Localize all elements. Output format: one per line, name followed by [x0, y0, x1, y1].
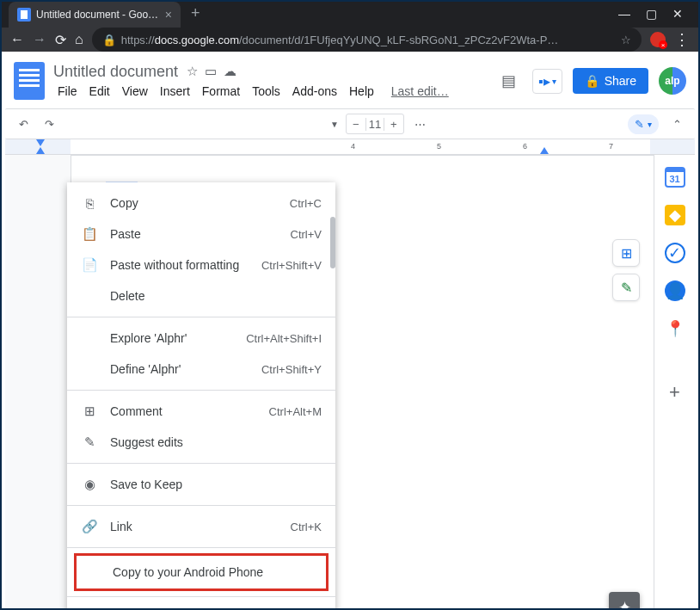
- context-menu-label: Explore 'Alphr': [110, 331, 234, 345]
- lock-icon: 🔒: [102, 34, 116, 46]
- redo-icon[interactable]: ↷: [40, 114, 58, 133]
- side-panel-keep-icon[interactable]: ◆: [665, 205, 685, 225]
- tab-strip: Untitled document - Google Doc × + — ▢ ✕: [2, 2, 698, 28]
- context-menu-item[interactable]: ⊞CommentCtrl+Alt+M: [67, 396, 335, 427]
- url-text: https://docs.google.com/document/d/1FUfj…: [121, 34, 616, 46]
- side-panel-contacts-icon[interactable]: 👤: [665, 280, 685, 301]
- star-icon[interactable]: ☆: [187, 64, 198, 79]
- menu-insert[interactable]: Insert: [156, 83, 194, 100]
- menu-tools[interactable]: Tools: [248, 83, 285, 100]
- ruler-tick: 6: [523, 142, 527, 151]
- context-menu-shortcut: Ctrl+Alt+M: [269, 405, 322, 418]
- menu-add-ons[interactable]: Add-ons: [288, 83, 341, 100]
- left-indent-marker[interactable]: [36, 139, 45, 146]
- home-button[interactable]: ⌂: [75, 32, 83, 47]
- docs-favicon: [17, 8, 31, 22]
- address-bar: ← → ⟳ ⌂ 🔒 https://docs.google.com/docume…: [2, 28, 698, 52]
- context-menu-scrollbar[interactable]: [330, 217, 335, 268]
- toolbar: ↶ ↷ ▼ − 11 + ⋯ ✎ ▾ ⌃: [5, 108, 695, 139]
- context-menu-shortcut: Ctrl+K: [291, 521, 322, 533]
- context-menu-item[interactable]: 📋PasteCtrl+V: [67, 219, 335, 250]
- back-button[interactable]: ←: [10, 32, 24, 47]
- extension-icon[interactable]: [650, 32, 666, 47]
- side-panel-calendar-icon[interactable]: 31: [665, 167, 685, 188]
- expand-side-panel-icon[interactable]: ›: [680, 601, 686, 610]
- explore-button[interactable]: ✦: [609, 592, 640, 610]
- menu-file[interactable]: File: [53, 83, 82, 100]
- menu-view[interactable]: View: [118, 83, 152, 100]
- add-comment-button[interactable]: ⊞: [612, 239, 640, 267]
- context-menu-icon: 🔗: [81, 519, 98, 534]
- menu-help[interactable]: Help: [345, 83, 378, 100]
- first-line-indent-marker[interactable]: [36, 147, 45, 154]
- close-window-icon[interactable]: ✕: [672, 7, 683, 21]
- close-tab-icon[interactable]: ×: [165, 8, 172, 22]
- context-menu-shortcut: Ctrl+V: [291, 228, 322, 241]
- context-menu-label: Paste: [110, 227, 279, 241]
- reload-button[interactable]: ⟳: [55, 32, 66, 48]
- decrease-font-icon[interactable]: −: [347, 118, 365, 131]
- browser-menu-icon[interactable]: ⋮: [674, 30, 690, 49]
- context-menu-label: Define 'Alphr': [110, 362, 249, 376]
- increase-font-icon[interactable]: +: [384, 118, 403, 131]
- ruler-tick: 4: [351, 142, 355, 151]
- docs-logo-icon[interactable]: [14, 62, 45, 100]
- context-menu-item[interactable]: Copy to your Android Phone: [74, 553, 329, 591]
- ruler-tick: 5: [437, 142, 441, 151]
- dropdown-caret-icon[interactable]: ▼: [330, 120, 339, 129]
- font-size-control[interactable]: − 11 +: [346, 114, 404, 134]
- suggest-edit-button[interactable]: ✎: [612, 274, 640, 301]
- editing-mode-button[interactable]: ✎ ▾: [628, 114, 659, 134]
- more-icon[interactable]: ⋯: [411, 114, 430, 133]
- menu-edit[interactable]: Edit: [85, 83, 114, 100]
- side-panel-maps-icon[interactable]: 📍: [665, 318, 685, 339]
- minimize-icon[interactable]: —: [618, 7, 630, 21]
- context-menu-separator: [67, 505, 335, 506]
- share-button[interactable]: 🔒Share: [573, 68, 648, 94]
- undo-icon[interactable]: ↶: [14, 114, 33, 133]
- browser-tab[interactable]: Untitled document - Google Doc ×: [9, 2, 181, 28]
- context-menu-label: Save to Keep: [110, 478, 310, 491]
- maximize-icon[interactable]: ▢: [646, 7, 657, 21]
- ruler[interactable]: 4567: [5, 139, 695, 155]
- font-size-value[interactable]: 11: [365, 118, 384, 131]
- side-panel: 31◆✓👤📍+: [654, 155, 695, 610]
- context-menu-item[interactable]: 🔗LinkCtrl+K: [67, 511, 335, 542]
- forward-button[interactable]: →: [33, 32, 46, 47]
- context-menu-label: Delete: [110, 289, 310, 303]
- menu-format[interactable]: Format: [198, 83, 244, 100]
- ruler-tick: 7: [609, 142, 613, 151]
- context-menu-item[interactable]: 📄Paste without formattingCtrl+Shift+V: [67, 250, 335, 280]
- new-tab-button[interactable]: +: [191, 4, 200, 22]
- menubar: FileEditViewInsertFormatToolsAdd-onsHelp…: [53, 83, 453, 100]
- collapse-icon[interactable]: ⌃: [667, 114, 686, 133]
- context-menu-separator: [67, 317, 335, 317]
- url-box[interactable]: 🔒 https://docs.google.com/document/d/1FU…: [92, 28, 642, 52]
- context-menu-separator: [67, 596, 335, 597]
- document-title[interactable]: Untitled document: [53, 63, 178, 81]
- right-indent-marker[interactable]: [540, 147, 549, 154]
- context-menu-shortcut: Ctrl+Alt+Shift+I: [246, 332, 322, 345]
- docs-app: Untitled document ☆ ▭ ☁ FileEditViewInse…: [2, 52, 698, 610]
- bookmark-star-icon[interactable]: ☆: [621, 34, 631, 46]
- context-menu-item[interactable]: ◉Save to Keep: [67, 469, 335, 500]
- account-avatar[interactable]: alp: [659, 67, 686, 95]
- context-menu-item[interactable]: ✎Suggest edits: [67, 427, 335, 458]
- context-menu-item[interactable]: ⎘CopyCtrl+C: [67, 188, 335, 219]
- last-edit-link[interactable]: Last edit…: [387, 83, 453, 100]
- context-menu-label: Copy: [110, 196, 278, 210]
- cloud-status-icon[interactable]: ☁: [224, 64, 236, 79]
- context-menu-item[interactable]: Select all matching text: [67, 602, 335, 610]
- context-menu-icon: ✎: [81, 434, 98, 450]
- comment-history-icon[interactable]: ▤: [496, 68, 522, 94]
- move-icon[interactable]: ▭: [205, 64, 217, 79]
- context-menu-item[interactable]: Delete: [67, 280, 335, 311]
- context-menu-item[interactable]: Define 'Alphr'Ctrl+Shift+Y: [67, 354, 335, 385]
- context-menu: ⎘CopyCtrl+C📋PasteCtrl+V📄Paste without fo…: [67, 182, 335, 610]
- present-button[interactable]: ▪▸▾: [532, 69, 562, 94]
- context-menu-item[interactable]: Explore 'Alphr'Ctrl+Alt+Shift+I: [67, 323, 335, 354]
- context-menu-label: Link: [110, 520, 279, 533]
- context-menu-label: Copy to your Android Phone: [113, 565, 307, 579]
- side-panel-tasks-icon[interactable]: ✓: [665, 243, 685, 263]
- side-panel-add-icon[interactable]: +: [665, 382, 685, 403]
